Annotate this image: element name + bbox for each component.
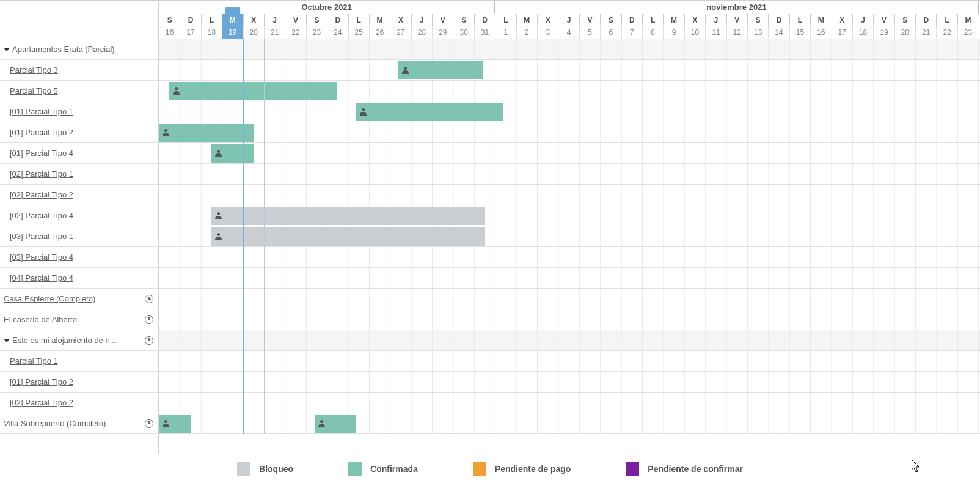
- date-header[interactable]: 14: [768, 26, 789, 39]
- property-label[interactable]: [01] Parcial Tipo 2: [4, 128, 73, 137]
- date-header[interactable]: 20: [894, 26, 915, 39]
- date-header[interactable]: 6: [600, 26, 621, 39]
- caret-down-icon[interactable]: [4, 48, 10, 51]
- property-label[interactable]: [02] Parcial Tipo 2: [4, 398, 73, 407]
- property-label[interactable]: [04] Parcial Tipo 4: [4, 273, 73, 282]
- date-header[interactable]: 19: [222, 26, 243, 39]
- booking-bar[interactable]: [211, 227, 485, 246]
- timeline-row[interactable]: [159, 101, 980, 122]
- date-header[interactable]: 29: [432, 26, 453, 39]
- date-header[interactable]: 15: [789, 26, 810, 39]
- property-label[interactable]: [02] Parcial Tipo 1: [4, 169, 73, 179]
- property-label[interactable]: [01] Parcial Tipo 2: [4, 377, 73, 386]
- booking-bar[interactable]: [159, 124, 254, 142]
- date-header[interactable]: 20: [243, 26, 264, 39]
- date-header[interactable]: 10: [684, 26, 705, 39]
- property-label[interactable]: Parcial Tipo 5: [4, 86, 58, 95]
- date-header[interactable]: 8: [642, 26, 663, 39]
- timeline-scroll[interactable]: Octubre 2021noviembre 2021 SDLMXJVSDLMXJ…: [159, 1, 980, 454]
- clock-icon[interactable]: [145, 419, 153, 428]
- property-row: [01] Parcial Tipo 2: [0, 122, 158, 143]
- date-header[interactable]: 17: [832, 26, 852, 39]
- date-header[interactable]: 12: [726, 26, 747, 39]
- booking-bar[interactable]: [398, 61, 483, 79]
- date-header[interactable]: 7: [621, 26, 642, 39]
- date-header[interactable]: 27: [390, 26, 411, 39]
- timeline-row[interactable]: [159, 351, 980, 372]
- property-label[interactable]: Apartamentos Erata (Parcial): [12, 45, 115, 54]
- clock-icon[interactable]: [145, 315, 153, 324]
- property-label[interactable]: Parcial Tipo 1: [4, 356, 58, 366]
- clock-icon[interactable]: [145, 295, 153, 303]
- timeline-row[interactable]: [159, 143, 980, 164]
- weekday-header: X: [832, 14, 852, 26]
- timeline-row[interactable]: [159, 413, 980, 434]
- date-header[interactable]: 23: [306, 26, 327, 39]
- booking-bar[interactable]: [211, 144, 254, 163]
- date-header[interactable]: 5: [579, 26, 600, 39]
- timeline-row[interactable]: [159, 268, 980, 289]
- timeline-row[interactable]: [159, 330, 980, 351]
- date-header[interactable]: 22: [285, 26, 305, 39]
- timeline-row[interactable]: [159, 247, 980, 268]
- date-header[interactable]: 24: [327, 26, 348, 39]
- caret-down-icon[interactable]: [4, 339, 10, 342]
- property-label[interactable]: Parcial Tipo 3: [4, 65, 58, 75]
- timeline-row[interactable]: [159, 39, 980, 60]
- timeline-row[interactable]: [159, 372, 980, 393]
- date-header[interactable]: 16: [159, 26, 180, 39]
- date-header[interactable]: 30: [453, 26, 474, 39]
- date-header[interactable]: 9: [663, 26, 684, 39]
- property-label[interactable]: [02] Parcial Tipo 2: [4, 190, 73, 199]
- property-label[interactable]: El caserío de Alberto: [4, 315, 77, 324]
- date-header[interactable]: 21: [264, 26, 285, 39]
- property-label[interactable]: [01] Parcial Tipo 1: [4, 107, 73, 116]
- timeline-row[interactable]: [159, 226, 980, 247]
- property-label[interactable]: [03] Parcial Tipo 4: [4, 253, 73, 262]
- booking-bar[interactable]: [169, 82, 337, 100]
- booking-bar[interactable]: [315, 415, 357, 433]
- date-header[interactable]: 18: [852, 26, 873, 39]
- date-header[interactable]: 17: [180, 26, 200, 39]
- timeline-row[interactable]: [159, 393, 980, 413]
- property-label[interactable]: Este es mi alojamiento de n...: [12, 336, 117, 345]
- booking-bar[interactable]: [211, 207, 485, 225]
- date-header[interactable]: 2: [516, 26, 537, 39]
- timeline-row[interactable]: [159, 122, 980, 143]
- date-header[interactable]: 16: [810, 26, 831, 39]
- date-header[interactable]: 13: [747, 26, 768, 39]
- property-label[interactable]: [03] Parcial Tipo 1: [4, 232, 73, 241]
- property-label[interactable]: [02] Parcial Tipo 4: [4, 211, 73, 220]
- date-header[interactable]: 21: [915, 26, 936, 39]
- date-header[interactable]: 3: [537, 26, 558, 39]
- date-header[interactable]: 23: [957, 26, 978, 39]
- date-header[interactable]: 11: [705, 26, 726, 39]
- property-row: Apartamentos Erata (Parcial): [0, 39, 158, 60]
- date-header[interactable]: 25: [348, 26, 369, 39]
- legend-item: Bloqueo: [237, 462, 293, 476]
- timeline-row[interactable]: [159, 205, 980, 226]
- property-label[interactable]: Casa Espierre (Completo): [4, 294, 95, 303]
- timeline-row[interactable]: [159, 185, 980, 205]
- property-label[interactable]: [01] Parcial Tipo 4: [4, 149, 73, 158]
- booking-bar[interactable]: [159, 415, 191, 433]
- date-header[interactable]: 18: [201, 26, 222, 39]
- property-label[interactable]: Villa Sobrepuerto (Completo): [4, 419, 106, 428]
- date-header[interactable]: 22: [936, 26, 957, 39]
- date-header[interactable]: 19: [873, 26, 894, 39]
- timeline-row[interactable]: [159, 309, 980, 330]
- timeline-row[interactable]: [159, 164, 980, 185]
- date-header[interactable]: 26: [369, 26, 390, 39]
- clock-icon[interactable]: [145, 336, 153, 345]
- weekday-header: J: [852, 14, 873, 26]
- date-header[interactable]: 4: [558, 26, 579, 39]
- month-header: Octubre 2021: [159, 1, 495, 14]
- date-header[interactable]: 1: [495, 26, 516, 39]
- weekday-header: S: [600, 14, 621, 26]
- timeline-row[interactable]: [159, 289, 980, 309]
- date-header[interactable]: 31: [474, 26, 495, 39]
- timeline-row[interactable]: [159, 81, 980, 101]
- timeline-row[interactable]: [159, 60, 980, 81]
- booking-bar[interactable]: [356, 103, 503, 121]
- date-header[interactable]: 28: [411, 26, 432, 39]
